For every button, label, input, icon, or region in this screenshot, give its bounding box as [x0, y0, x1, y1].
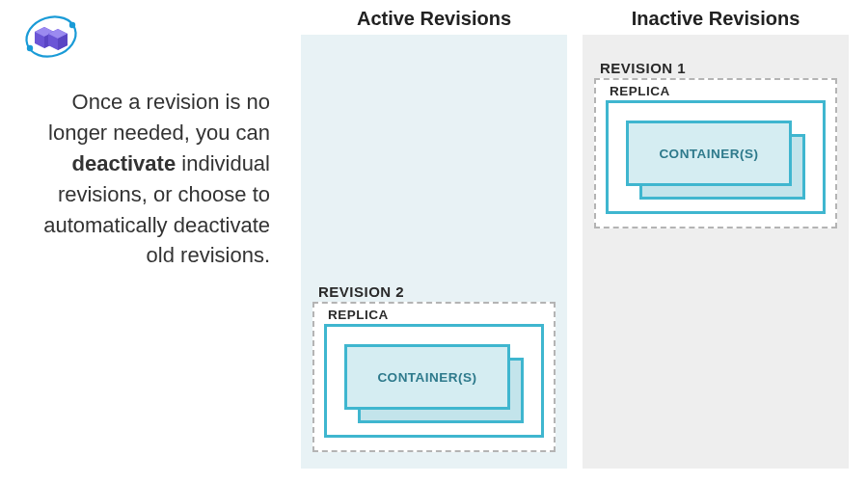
description-pre: Once a revision is no longer needed, you…: [48, 90, 270, 145]
revision-2-group: REVISION 2 REPLICA CONTAINER(S): [312, 283, 556, 452]
revision-2-replica-box: CONTAINER(S): [324, 324, 544, 438]
revision-2-container-label: CONTAINER(S): [377, 370, 476, 385]
svg-point-1: [69, 22, 75, 28]
revision-1-label: REVISION 1: [600, 60, 837, 76]
revision-2-replica-label: REPLICA: [328, 308, 544, 322]
inactive-revisions-column: Inactive Revisions REVISION 1 REPLICA CO…: [583, 35, 849, 469]
revision-1-container-stack: CONTAINER(S): [626, 121, 792, 186]
revision-2-container-stack: CONTAINER(S): [344, 344, 510, 410]
revision-2-label: REVISION 2: [318, 283, 556, 300]
revision-1-group: REVISION 1 REPLICA CONTAINER(S): [594, 60, 837, 228]
description-text: Once a revision is no longer needed, you…: [10, 87, 270, 271]
container-apps-logo-icon: [22, 13, 80, 60]
container-card-front: CONTAINER(S): [626, 121, 792, 186]
inactive-column-title: Inactive Revisions: [583, 8, 849, 30]
revision-1-replica-label: REPLICA: [610, 84, 826, 98]
revision-1-replica-box: CONTAINER(S): [606, 100, 826, 214]
description-bold: deactivate: [72, 151, 176, 175]
svg-point-2: [27, 45, 33, 51]
container-card-front: CONTAINER(S): [344, 344, 510, 410]
revision-2-box: REPLICA CONTAINER(S): [312, 302, 556, 452]
revision-1-container-label: CONTAINER(S): [659, 147, 758, 161]
revision-1-box: REPLICA CONTAINER(S): [594, 78, 837, 228]
active-column-title: Active Revisions: [301, 8, 567, 30]
active-revisions-column: Active Revisions REVISION 2 REPLICA CONT…: [301, 35, 567, 469]
